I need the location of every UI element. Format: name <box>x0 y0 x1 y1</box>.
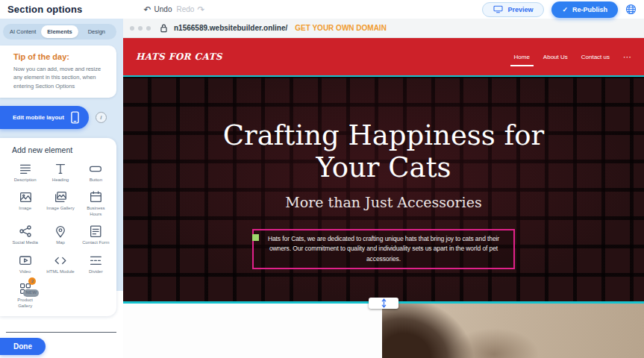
divider-icon <box>88 253 103 268</box>
undo-label: Undo <box>154 5 172 13</box>
button-icon <box>88 161 103 176</box>
nav-contact-us[interactable]: Contact us <box>581 54 610 60</box>
new-badge: NEW <box>23 289 39 297</box>
element-item-image[interactable]: Image <box>7 189 43 217</box>
phone-icon <box>71 111 79 124</box>
main-layout: AI Content Elements Design Tip of the da… <box>0 19 644 358</box>
check-icon: ✓ <box>562 6 568 13</box>
heading-icon <box>53 161 68 176</box>
description-icon <box>18 161 33 176</box>
tab-ai-content[interactable]: AI Content <box>4 25 41 38</box>
redo-button[interactable]: Redo ↷ <box>176 5 204 14</box>
element-label: Social Media <box>12 240 37 246</box>
nav-about-us[interactable]: About Us <box>543 54 568 60</box>
element-label: Image Gallery <box>46 206 74 212</box>
sidebar: AI Content Elements Design Tip of the da… <box>0 19 123 358</box>
browser-dot <box>146 26 151 31</box>
element-item-button[interactable]: Button <box>78 161 113 183</box>
element-label: Image <box>19 206 31 212</box>
redo-label: Redo <box>176 5 194 13</box>
language-globe-icon[interactable] <box>625 4 637 15</box>
top-toolbar: Section options ↶ Undo Redo ↷ Preview ✓ <box>0 0 644 19</box>
element-item-divider[interactable]: Divider <box>78 253 113 275</box>
browser-dot <box>138 26 143 31</box>
tab-elements[interactable]: Elements <box>41 25 78 38</box>
contact-form-icon <box>88 224 103 239</box>
section-resize-handle[interactable] <box>369 298 398 309</box>
hero-text-box[interactable]: Hats for Cats, we are dedicated to craft… <box>252 229 515 270</box>
hero-subtitle[interactable]: More than Just Accessories <box>285 194 481 210</box>
toolbar-actions: Preview ✓ Re-Publish <box>482 1 637 18</box>
undo-redo-group: ↶ Undo Redo ↷ <box>144 5 205 14</box>
nav-home[interactable]: Home <box>514 54 530 60</box>
preview-label: Preview <box>507 6 533 13</box>
page-title: Section options <box>7 4 83 15</box>
website-builder-app: Section options ↶ Undo Redo ↷ Preview ✓ <box>0 0 644 358</box>
next-section-blank <box>123 304 382 358</box>
undo-icon: ↶ <box>144 5 151 14</box>
browser-bar: n1566589.websitebuilder.online/ GET YOUR… <box>123 19 644 38</box>
sidebar-divider <box>6 332 116 333</box>
site-header: HATS FOR CATS Home About Us Contact us ⋯ <box>123 38 644 75</box>
element-label: Divider <box>89 269 103 275</box>
element-item-html-module[interactable]: HTML Module <box>43 253 78 275</box>
element-item-contact-form[interactable]: Contact Form <box>78 224 113 246</box>
nav-more-icon[interactable]: ⋯ <box>623 53 631 61</box>
element-label: Description <box>14 178 37 183</box>
resize-arrows-icon <box>381 298 387 308</box>
site-nav: Home About Us Contact us ⋯ <box>514 53 632 61</box>
element-label: Business Hours <box>81 206 110 217</box>
site-canvas: HATS FOR CATS Home About Us Contact us ⋯… <box>123 38 644 358</box>
html-code-icon <box>53 253 68 268</box>
element-item-map[interactable]: Map <box>43 224 78 246</box>
edit-mobile-layout-button[interactable]: Edit mobile layout <box>0 106 89 129</box>
hero-title[interactable]: Crafting Happiness for Your Cats <box>204 119 563 184</box>
add-element-panel: Add new element Description Heading Butt… <box>0 138 116 317</box>
image-gallery-icon <box>53 189 68 204</box>
notification-badge: 2 <box>28 277 36 285</box>
element-label: Button <box>90 178 102 183</box>
edit-mobile-label: Edit mobile layout <box>13 114 64 121</box>
tip-of-the-day-card: Tip of the day: Now you can add, move an… <box>0 45 116 98</box>
element-item-product-gallery[interactable]: 2 NEW Product Gallery <box>7 281 43 309</box>
element-label: HTML Module <box>46 269 74 275</box>
tab-design[interactable]: Design <box>78 25 115 38</box>
undo-button[interactable]: ↶ Undo <box>144 5 172 14</box>
browser-dot <box>130 26 134 31</box>
done-button[interactable]: Done <box>0 338 46 355</box>
video-icon <box>18 253 33 268</box>
republish-label: Re-Publish <box>572 6 607 13</box>
element-grid: Description Heading Button Image <box>7 161 113 310</box>
tip-heading: Tip of the day: <box>13 52 107 61</box>
hero-section[interactable]: Crafting Happiness for Your Cats More th… <box>123 75 644 304</box>
sand-cat-image <box>382 304 644 358</box>
element-label: Heading <box>52 178 69 183</box>
site-logo[interactable]: HATS FOR CATS <box>136 51 222 62</box>
element-drag-handle[interactable] <box>252 234 259 241</box>
element-item-description[interactable]: Description <box>7 161 43 183</box>
get-domain-link[interactable]: GET YOUR OWN DOMAIN <box>295 24 387 32</box>
map-pin-icon <box>53 224 68 239</box>
info-icon[interactable]: i <box>96 112 107 123</box>
element-item-social-media[interactable]: Social Media <box>7 224 43 246</box>
edit-mobile-row: Edit mobile layout i <box>0 106 116 129</box>
redo-icon: ↷ <box>197 5 204 14</box>
image-icon <box>18 189 33 204</box>
element-item-heading[interactable]: Heading <box>43 161 78 183</box>
republish-button[interactable]: ✓ Re-Publish <box>551 1 618 18</box>
add-element-title: Add new element <box>12 145 113 154</box>
site-url: n1566589.websitebuilder.online/ <box>174 24 287 32</box>
element-item-business-hours[interactable]: Business Hours <box>78 189 113 217</box>
element-item-video[interactable]: Video <box>7 253 43 275</box>
hero-body-text: Hats for Cats, we are dedicated to craft… <box>268 235 499 263</box>
preview-pane: n1566589.websitebuilder.online/ GET YOUR… <box>123 19 644 358</box>
business-hours-icon <box>88 189 103 204</box>
sidebar-tabs: AI Content Elements Design <box>3 24 116 40</box>
preview-button[interactable]: Preview <box>482 2 544 17</box>
element-item-image-gallery[interactable]: Image Gallery <box>43 189 78 217</box>
tip-body: Now you can add, move and resize any ele… <box>13 65 107 90</box>
monitor-icon <box>493 5 503 13</box>
element-label: Map <box>56 240 65 246</box>
next-section[interactable] <box>123 304 644 358</box>
element-label: Product Gallery <box>10 298 40 309</box>
